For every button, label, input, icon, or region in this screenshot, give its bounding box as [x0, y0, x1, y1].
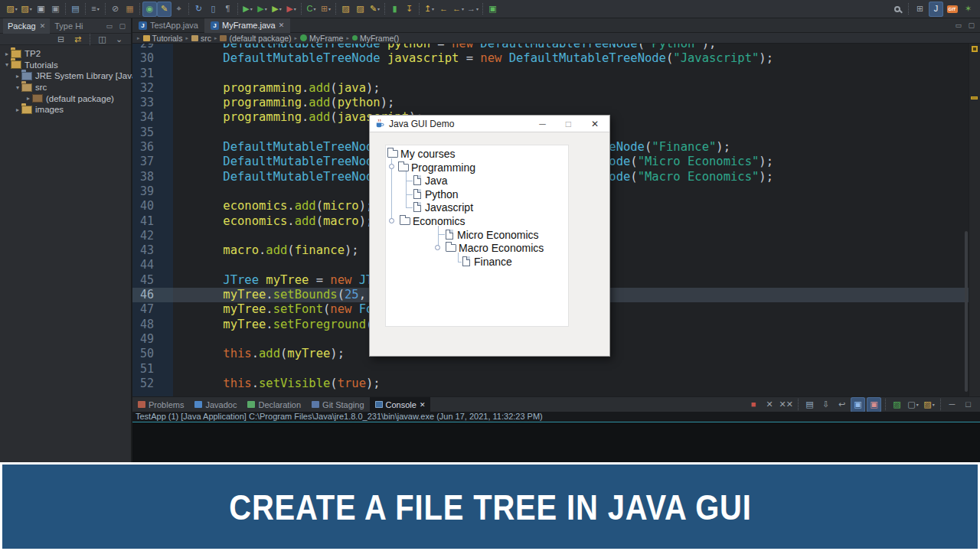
show-whitespace-button[interactable]: ¶ — [220, 2, 235, 17]
line-number[interactable]: 39 — [132, 184, 173, 199]
open-doc-button[interactable]: ▯ — [206, 2, 220, 17]
clear-console-button[interactable]: ▤ — [802, 397, 817, 412]
java-gui-demo-window[interactable]: Java GUI Demo ─ □ ✕ My coursesProgrammin… — [369, 115, 610, 357]
overview-ruler[interactable] — [969, 44, 980, 396]
scroll-lock-button[interactable]: ⇩ — [818, 397, 833, 412]
line-number[interactable]: 30 — [132, 51, 173, 66]
show-stdout-button[interactable]: ▣ — [851, 397, 865, 412]
open-console-button[interactable]: ▨▾ — [922, 397, 936, 412]
sync-package-button[interactable]: ↻ — [191, 2, 206, 17]
project-tree-item-tutorials[interactable]: ▾Tutorials — [0, 60, 131, 71]
expand-arrow-icon[interactable]: ▸ — [3, 51, 11, 57]
debug-perspective-button[interactable]: ✶ — [961, 2, 975, 17]
line-number[interactable]: 32 — [132, 81, 173, 96]
git-perspective-button[interactable]: GIT — [945, 2, 959, 17]
coverage-annotate-button[interactable]: ◉ — [142, 2, 157, 17]
window-title-bar[interactable]: Java GUI Demo ─ □ ✕ — [370, 116, 609, 132]
line-number[interactable]: 33 — [132, 96, 173, 110]
console-output[interactable] — [132, 422, 980, 462]
collapse-all-button[interactable]: ⊟ — [54, 31, 68, 47]
view-menu-button[interactable]: ⌄ — [112, 31, 126, 47]
line-number[interactable]: 50 — [132, 347, 173, 361]
new-package-button[interactable]: ⊞▾ — [318, 2, 333, 17]
run-button[interactable]: ▶▾ — [255, 2, 270, 17]
line-number[interactable]: 44 — [132, 258, 173, 272]
jtree-node-javascript[interactable]: Javascript — [386, 201, 568, 214]
console-tab-console[interactable]: Console✕ — [370, 397, 431, 412]
close-icon[interactable]: ✕ — [279, 21, 285, 29]
new-java-project-button[interactable]: ▨▾ — [19, 2, 34, 17]
line-number[interactable]: 34 — [132, 110, 173, 125]
overview-marker-icon[interactable] — [972, 46, 978, 52]
jtree-node-finance[interactable]: Finance — [386, 255, 568, 269]
editor-minmax-buttons[interactable]: ▭ ▢ — [955, 21, 980, 29]
skip-all-breakpoints-button[interactable]: ⊘ — [108, 2, 122, 17]
jtree-node-programming[interactable]: Programming — [386, 161, 568, 174]
focus-on-active-task-button[interactable]: ◫ — [95, 31, 109, 47]
breadcrumb-item-myframe[interactable]: MyFrame() — [352, 34, 399, 43]
code-line-52[interactable]: 52 this.setVisible(true); — [132, 377, 980, 391]
breadcrumb-item-tutorials[interactable]: Tutorials — [143, 34, 183, 43]
console-tab-declaration[interactable]: Declaration — [242, 397, 306, 412]
view-minmax-buttons[interactable]: ▭ ▢ — [106, 22, 131, 30]
new-wizard-button[interactable]: ▨▾ — [5, 2, 19, 17]
mark-occurrences-button[interactable]: ✎ — [157, 2, 172, 17]
organize-imports-button[interactable]: ≡▾ — [88, 2, 103, 17]
code-line-33[interactable]: 33 programming.add(python); — [132, 96, 980, 110]
code-line-31[interactable]: 31 — [132, 67, 980, 81]
window-close-icon[interactable]: ✕ — [591, 119, 599, 129]
console-tab-javadoc[interactable]: Javadoc — [189, 397, 242, 412]
java-perspective-button[interactable]: J — [929, 2, 943, 17]
code-line-29[interactable]: 29 DefaultMutableTreeNode python = new D… — [132, 44, 980, 51]
line-number[interactable]: 36 — [132, 140, 173, 155]
line-number[interactable]: 49 — [132, 332, 173, 347]
last-edit-location-button[interactable]: ▣ — [485, 2, 500, 17]
project-tree-item-tp2[interactable]: ▸TP2 — [0, 48, 131, 60]
show-stderr-button[interactable]: ▣ — [867, 397, 881, 412]
code-line-30[interactable]: 30 DefaultMutableTreeNode javascript = n… — [132, 51, 980, 66]
collapse-arrow-icon[interactable]: ▾ — [14, 84, 21, 91]
collapse-arrow-icon[interactable]: ▾ — [3, 61, 11, 68]
line-number[interactable]: 41 — [132, 214, 173, 229]
view-tab-packag[interactable]: Packag✕ — [3, 18, 50, 34]
line-number[interactable]: 45 — [132, 273, 173, 288]
breadcrumb-item-myframe[interactable]: MyFrame — [300, 34, 343, 43]
expand-arrow-icon[interactable]: ▸ — [24, 95, 32, 102]
line-number[interactable]: 29 — [132, 44, 173, 51]
search-button[interactable] — [890, 2, 904, 17]
project-tree-item-images[interactable]: ▸images — [0, 104, 131, 116]
project-tree-item-jre-system-library-javase-1-8[interactable]: ▸JRE System Library [JavaSE-1.8 — [0, 70, 131, 82]
line-number[interactable]: 43 — [132, 243, 173, 258]
breadcrumb-item-default-package[interactable]: (default package) — [220, 34, 291, 43]
project-tree-item-src[interactable]: ▾src — [0, 82, 131, 93]
line-number[interactable]: 35 — [132, 126, 173, 140]
run-external-tools-button[interactable]: ▶▾ — [240, 2, 255, 17]
display-selected-console-button[interactable]: ▢▾ — [906, 397, 920, 412]
expand-arrow-icon[interactable]: ▸ — [14, 73, 21, 80]
debug-button[interactable]: ▶▾ — [284, 2, 299, 17]
window-maximize-icon[interactable]: □ — [566, 119, 571, 129]
expand-arrow-icon[interactable]: ▸ — [14, 106, 21, 113]
forward-button[interactable]: →▾ — [466, 2, 480, 17]
open-type-button[interactable]: ▨ — [338, 2, 353, 17]
mouse-tool-button[interactable]: ⌖ — [172, 2, 186, 17]
jtree-node-economics[interactable]: Economics — [386, 214, 568, 228]
line-number[interactable]: 47 — [132, 302, 173, 317]
save-button[interactable]: ▣ — [34, 2, 48, 17]
line-number[interactable]: 46 — [132, 288, 173, 302]
word-wrap-button[interactable]: ↩ — [835, 397, 849, 412]
breadcrumb-item-src[interactable]: src — [191, 34, 211, 43]
remove-all-terminated-button[interactable]: ✕✕ — [779, 397, 794, 412]
editor-tab-myframe-java[interactable]: JMyFrame.java✕ — [204, 18, 290, 33]
back-history-button[interactable]: ←▾ — [451, 2, 466, 17]
remove-launch-button[interactable]: ✕ — [763, 397, 777, 412]
import-download-button[interactable]: ↧ — [402, 2, 416, 17]
coverage-button[interactable]: ▶▾ — [270, 2, 284, 17]
jtree-node-my-courses[interactable]: My courses — [386, 147, 568, 161]
open-task-button[interactable]: ▦ — [122, 2, 137, 17]
jtree-node-java[interactable]: Java — [386, 174, 568, 187]
pin-console-button[interactable]: ▨ — [890, 397, 904, 412]
line-number[interactable]: 38 — [132, 170, 173, 184]
new-java-class-button[interactable]: C▾ — [304, 2, 318, 17]
pin-editor-button[interactable]: ▮ — [387, 2, 402, 17]
